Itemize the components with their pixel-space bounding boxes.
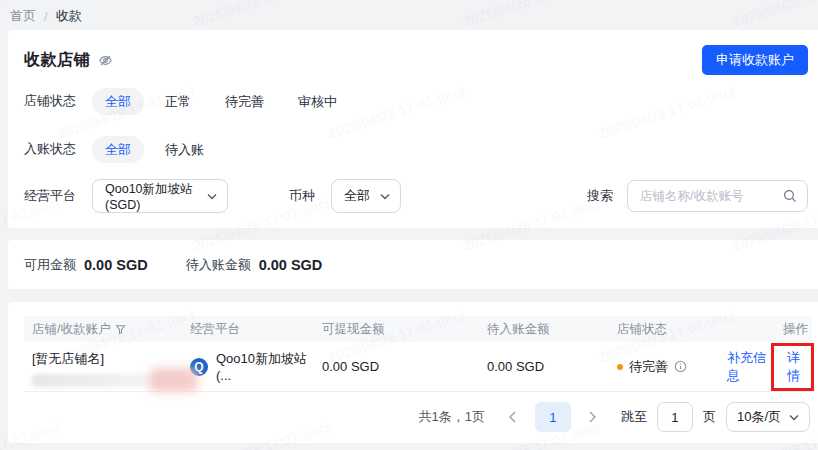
shop-status-option-incomplete[interactable]: 待完善 bbox=[212, 88, 277, 115]
platform-name: Qoo10新加坡站(... bbox=[216, 350, 322, 383]
page-unit-label: 页 bbox=[703, 408, 716, 426]
info-icon[interactable] bbox=[674, 360, 687, 373]
status-badge: 待完善 bbox=[629, 358, 668, 376]
redaction-blur-pink bbox=[150, 368, 198, 392]
platform-filter-row: 经营平台 Qoo10新加坡站(SGD) 币种 全部 搜索 bbox=[24, 179, 808, 213]
filter-funnel-icon[interactable] bbox=[115, 324, 126, 335]
col-withdrawable: 可提现金额 bbox=[322, 321, 385, 338]
breadcrumb: 首页 / 收款 bbox=[10, 7, 82, 25]
summary-row: 可用金额 0.00 SGD 待入账金额 0.00 SGD bbox=[24, 240, 808, 289]
breadcrumb-separator: / bbox=[44, 9, 48, 24]
summary-card: 可用金额 0.00 SGD 待入账金额 0.00 SGD bbox=[8, 240, 818, 289]
currency-select-value: 全部 bbox=[344, 187, 370, 205]
filters-card: 收款店铺 申请收款账户 店铺状态 全部 正常 待完善 审核中 入账状态 全部 待… bbox=[8, 30, 818, 228]
entry-status-label: 入账状态 bbox=[24, 140, 76, 158]
eye-off-icon[interactable] bbox=[98, 53, 113, 68]
withdrawable-cell: 0.00 SGD bbox=[322, 359, 487, 374]
pending-amount-label: 待入账金额 bbox=[186, 256, 251, 274]
pending-amount-value: 0.00 SGD bbox=[259, 257, 323, 273]
actions-cell: 补充信息 详情 bbox=[727, 349, 812, 385]
search-icon[interactable] bbox=[783, 189, 797, 203]
col-shop-status: 店铺状态 bbox=[617, 321, 667, 338]
currency-label: 币种 bbox=[289, 187, 315, 205]
shop-status-filter: 店铺状态 全部 正常 待完善 审核中 bbox=[24, 87, 808, 115]
shop-status-label: 店铺状态 bbox=[24, 92, 76, 110]
pending-cell: 0.00 SGD bbox=[487, 359, 617, 374]
apply-payment-account-button[interactable]: 申请收款账户 bbox=[702, 45, 808, 75]
chevron-down-icon bbox=[207, 193, 217, 200]
redacted-account bbox=[32, 372, 192, 390]
supplement-info-link[interactable]: 补充信息 bbox=[727, 349, 773, 385]
status-cell: 待完善 bbox=[617, 358, 727, 376]
platform-select[interactable]: Qoo10新加坡站(SGD) bbox=[92, 179, 228, 213]
col-platform: 经营平台 bbox=[190, 321, 240, 338]
table-header: 店铺/收款账户 经营平台 可提现金额 待入账金额 店铺状态 操作 bbox=[24, 316, 812, 342]
shop-status-option-all[interactable]: 全部 bbox=[92, 88, 144, 115]
platform-select-value: Qoo10新加坡站(SGD) bbox=[105, 181, 197, 212]
search-group: 搜索 bbox=[587, 180, 808, 212]
search-input[interactable] bbox=[640, 189, 783, 203]
entry-status-option-all[interactable]: 全部 bbox=[92, 136, 144, 163]
prev-page-icon[interactable] bbox=[501, 405, 525, 429]
pagination: 共1条，1页 1 跳至 页 10条/页 bbox=[24, 402, 810, 432]
page-size-value: 10条/页 bbox=[737, 408, 781, 426]
shop-cell: [暂无店铺名] bbox=[24, 342, 190, 390]
shop-status-option-normal[interactable]: 正常 bbox=[152, 88, 204, 115]
chevron-down-icon bbox=[380, 193, 390, 200]
table-row: [暂无店铺名] Q Qoo10新加坡站(... 0.00 SGD 0.00 SG… bbox=[24, 342, 812, 392]
available-amount-value: 0.00 SGD bbox=[84, 257, 148, 273]
details-link[interactable]: 详情 bbox=[787, 349, 810, 385]
pagination-total: 共1条，1页 bbox=[418, 408, 484, 426]
col-shop-account: 店铺/收款账户 bbox=[32, 321, 110, 338]
page-size-select[interactable]: 10条/页 bbox=[726, 402, 810, 432]
title-row: 收款店铺 申请收款账户 bbox=[24, 44, 808, 76]
col-pending: 待入账金额 bbox=[487, 321, 550, 338]
entry-status-filter: 入账状态 全部 待入账 bbox=[24, 135, 808, 163]
chevron-down-icon bbox=[789, 414, 799, 421]
shop-name: [暂无店铺名] bbox=[32, 350, 190, 368]
status-dot bbox=[617, 364, 623, 370]
currency-select[interactable]: 全部 bbox=[331, 179, 401, 213]
search-input-box bbox=[627, 180, 808, 212]
shop-status-option-reviewing[interactable]: 审核中 bbox=[285, 88, 350, 115]
breadcrumb-home[interactable]: 首页 bbox=[10, 7, 36, 25]
entry-status-option-pending[interactable]: 待入账 bbox=[152, 136, 217, 163]
page-title: 收款店铺 bbox=[24, 50, 90, 71]
col-actions: 操作 bbox=[783, 321, 808, 338]
jump-to-input[interactable] bbox=[657, 402, 693, 432]
page-1-button[interactable]: 1 bbox=[535, 402, 571, 432]
platform-label: 经营平台 bbox=[24, 187, 76, 205]
jump-to-label: 跳至 bbox=[621, 408, 647, 426]
next-page-icon[interactable] bbox=[581, 405, 605, 429]
available-amount-label: 可用金额 bbox=[24, 256, 76, 274]
search-label: 搜索 bbox=[587, 187, 613, 205]
table-card: 店铺/收款账户 经营平台 可提现金额 待入账金额 店铺状态 操作 [暂无店铺名] bbox=[8, 302, 818, 443]
platform-cell: Q Qoo10新加坡站(... bbox=[190, 350, 322, 383]
breadcrumb-current: 收款 bbox=[56, 7, 82, 25]
payment-shops-page: 2025/04/28 17:01-jincj2025/04/28 17:01-j… bbox=[0, 0, 818, 450]
